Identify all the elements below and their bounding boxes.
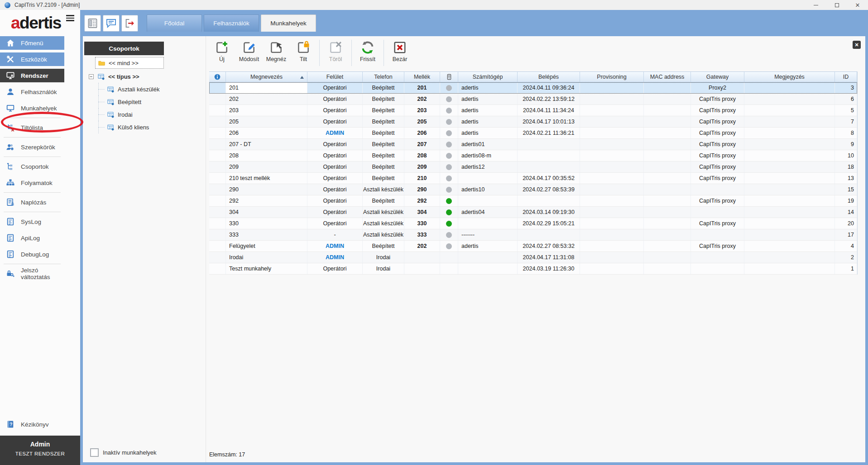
- info-icon: [214, 73, 221, 81]
- table-row[interactable]: 207 - DTOperátoriBeépített207adertis01Ca…: [209, 139, 857, 150]
- tree-node-tipus[interactable]: −<< típus >>: [84, 70, 193, 83]
- sidebar-item-jelszo[interactable]: Jelszó változtatás: [0, 267, 64, 280]
- column-header-info[interactable]: [209, 72, 226, 82]
- table-row[interactable]: 209OperátoriBeépített209adertis12CapITri…: [209, 161, 857, 173]
- sidebar-item-folyamatok[interactable]: Folyamatok: [0, 176, 64, 190]
- exit-button[interactable]: [121, 15, 138, 32]
- cell-value: 19: [848, 198, 854, 204]
- maximize-button[interactable]: [826, 0, 847, 10]
- frame-right: [865, 10, 868, 465]
- sidebar-item-naplozas[interactable]: Naplózás: [0, 195, 64, 209]
- torol-button[interactable]: Töröl: [322, 39, 349, 62]
- collapse-expander-icon[interactable]: −: [89, 74, 94, 79]
- uj-button[interactable]: Új: [208, 39, 235, 62]
- cell-provisoning: [580, 207, 644, 218]
- sidebar-item-eszkozok[interactable]: Eszközök: [0, 52, 64, 66]
- sidebar-item-debuglog[interactable]: DebugLog: [0, 247, 64, 261]
- sidebar-item-tiltolista[interactable]: Tiltólista: [0, 121, 64, 134]
- close-button[interactable]: ✕: [847, 0, 868, 10]
- cell-value: 20: [848, 220, 854, 227]
- cell-status: [440, 241, 458, 251]
- column-header-status[interactable]: [440, 72, 458, 82]
- cell-mellek: 304: [404, 207, 440, 218]
- table-row[interactable]: 292OperátoriBeépített292CapITris proxy19: [209, 195, 857, 207]
- table-row[interactable]: 205OperátoriBeépített205adertis2024.04.1…: [209, 116, 857, 128]
- sidebar-item-kezikonyv[interactable]: Kézikönyv: [0, 418, 64, 431]
- table-row[interactable]: 206ADMINBeépített206adertis2024.02.21 11…: [209, 128, 857, 139]
- megnez-button[interactable]: Megnéz: [263, 39, 290, 62]
- sidebar-item-syslog[interactable]: SysLog: [0, 215, 64, 228]
- column-header-szamitogep[interactable]: Számítógép: [458, 72, 518, 82]
- cell-id: 3: [835, 82, 857, 93]
- toolbar-button-label: Bezár: [393, 56, 408, 62]
- column-header-gateway[interactable]: Gateway: [691, 72, 744, 82]
- tab-felhasznalok[interactable]: Felhasználók: [204, 14, 259, 32]
- tree-node-beepitett[interactable]: Beépített: [84, 95, 193, 108]
- cell-value: ADMIN: [326, 254, 344, 261]
- column-header-mellek[interactable]: Mellék: [404, 72, 440, 82]
- tree-node-kulso-kliens[interactable]: Külső kliens: [84, 121, 193, 133]
- cell-megnevezes: 206: [226, 128, 307, 138]
- cell-value: ADMIN: [326, 130, 344, 136]
- table-row[interactable]: 201OperátoriBeépített201adertis2024.04.1…: [209, 82, 857, 94]
- column-header-mac[interactable]: MAC address: [644, 72, 691, 82]
- cell-provisoning: [580, 184, 644, 195]
- cell-telefon: Beépített: [363, 94, 404, 104]
- cell-id: 4: [835, 241, 857, 251]
- tree-node-asztali-keszulek[interactable]: Asztali készülék: [84, 83, 193, 95]
- tree-node-mind[interactable]: << mind >>: [95, 57, 164, 69]
- messages-button[interactable]: [103, 15, 120, 32]
- table-row[interactable]: 203OperátoriBeépített203adertis2024.04.1…: [209, 105, 857, 116]
- cell-value: Beépített: [372, 107, 394, 114]
- cell-megnevezes: 203: [226, 105, 307, 116]
- cell-mellek: 202: [404, 241, 440, 251]
- cell-value: Operátori: [323, 220, 346, 227]
- table-row[interactable]: IrodaiADMINIrodai2024.04.17 11:31:082: [209, 252, 857, 263]
- sidebar-item-csoportok[interactable]: Csoportok: [0, 160, 64, 173]
- inactive-workstations-checkbox[interactable]: [90, 448, 99, 457]
- tree-node-irodai[interactable]: Irodai: [84, 108, 193, 121]
- column-header-megjegyzes[interactable]: Megjegyzés: [744, 72, 835, 82]
- cell-value: 2024.04.17 11:31:08: [523, 254, 575, 261]
- table-row[interactable]: 330OperátoriAsztali készülék3302024.02.2…: [209, 218, 857, 229]
- phone-panel-button[interactable]: [84, 15, 101, 32]
- sidebar-separator: [4, 157, 61, 157]
- table-row[interactable]: Teszt munkahelyOperátoriIrodai2024.03.19…: [209, 263, 857, 275]
- table-row[interactable]: 290OperátoriAsztali készülék290adertis10…: [209, 184, 857, 195]
- sidebar-item-szerepkorok[interactable]: Szerepkörök: [0, 140, 64, 154]
- tab-munkahelyek[interactable]: Munkahelyek: [261, 14, 316, 32]
- table-row[interactable]: 304OperátoriAsztali készülék304adertis04…: [209, 207, 857, 218]
- bezar-button[interactable]: Bezár: [386, 39, 413, 62]
- group-tree: << mind >>−<< típus >>Asztali készülékBe…: [84, 57, 193, 133]
- table-row[interactable]: 333-Asztali készülék333-------17: [209, 229, 857, 241]
- table-row[interactable]: 202OperátoriBeépített202adertis2024.02.2…: [209, 94, 857, 105]
- column-header-provisoning[interactable]: Provisoning: [580, 72, 644, 82]
- cell-value: Felügyelet: [229, 243, 255, 249]
- table-row[interactable]: 208OperátoriBeépített208adertis08-mCapIT…: [209, 150, 857, 161]
- column-header-felulet[interactable]: Felület: [307, 72, 363, 82]
- table-row[interactable]: FelügyeletADMINBeépített202adertis2024.0…: [209, 241, 857, 252]
- column-header-megnevezes[interactable]: Megnevezés: [226, 72, 307, 82]
- logged-in-user: Admin: [0, 441, 80, 448]
- column-header-belepes[interactable]: Belépés: [518, 72, 580, 82]
- tree-node-label: << típus >>: [108, 73, 139, 80]
- frissit-button[interactable]: Frissít: [354, 39, 381, 62]
- panel-close-button[interactable]: ✕: [853, 41, 861, 49]
- modosit-button[interactable]: Módosít: [235, 39, 263, 62]
- tab-fooldal[interactable]: Főoldal: [147, 14, 202, 32]
- cell-info: [209, 218, 226, 229]
- sidebar-item-rendszer[interactable]: Rendszer: [0, 69, 64, 82]
- table-row[interactable]: 210 teszt mellékOperátoriBeépített210202…: [209, 173, 857, 184]
- sidebar-item-apilog[interactable]: ApiLog: [0, 231, 64, 245]
- cell-telefon: Irodai: [363, 252, 404, 263]
- cell-felulet: Operátori: [307, 195, 363, 206]
- sidebar-item-fomenu[interactable]: Főmenü: [0, 36, 64, 50]
- sidebar-item-felhasznalok[interactable]: Felhasználók: [0, 85, 64, 99]
- tilt-button[interactable]: Tilt: [290, 39, 317, 62]
- column-header-id[interactable]: ID: [835, 72, 857, 82]
- hamburger-menu-icon[interactable]: [66, 15, 74, 23]
- minimize-button[interactable]: [806, 0, 826, 10]
- column-header-telefon[interactable]: Telefon: [363, 72, 404, 82]
- sidebar-item-munkahelyek[interactable]: Munkahelyek: [0, 101, 64, 115]
- cell-provisoning: [580, 252, 644, 263]
